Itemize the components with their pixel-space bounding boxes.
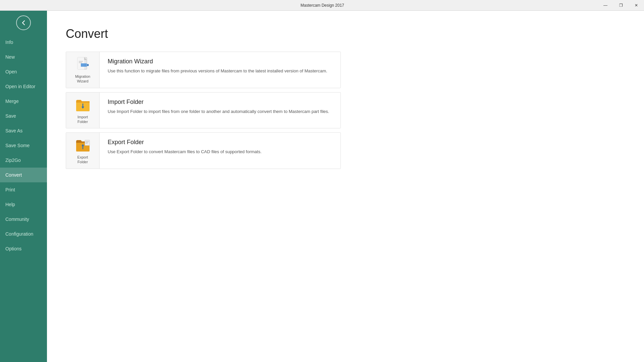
migration-wizard-icon: [75, 56, 91, 72]
export-folder-icon: [75, 137, 91, 153]
export-folder-title: Export Folder: [108, 139, 262, 146]
migration-wizard-icon-area: MigrationWizard: [66, 52, 100, 88]
import-folder-icon: [75, 97, 91, 113]
window-title: Mastercam Design 2017: [47, 3, 598, 8]
sidebar-item-zip2go[interactable]: Zip2Go: [0, 153, 47, 168]
sidebar-nav: InfoNewOpenOpen in EditorMergeSaveSave A…: [0, 35, 47, 362]
import-folder-desc: Use Import Folder to import files from o…: [108, 108, 329, 115]
export-folder-text: Export Folder Use Export Folder to conve…: [100, 133, 270, 161]
import-folder-icon-label: ImportFolder: [77, 115, 88, 124]
export-folder-icon-label: ExportFolder: [77, 155, 88, 165]
svg-rect-3: [81, 63, 87, 67]
sidebar-item-new[interactable]: New: [0, 50, 47, 64]
sidebar-item-configuration[interactable]: Configuration: [0, 227, 47, 241]
sidebar-item-save-as[interactable]: Save As: [0, 123, 47, 138]
close-button[interactable]: ✕: [629, 0, 644, 11]
back-circle-icon: [16, 15, 31, 30]
sidebar-item-help[interactable]: Help: [0, 197, 47, 212]
migration-wizard-title: Migration Wizard: [108, 58, 327, 65]
sidebar: InfoNewOpenOpen in EditorMergeSaveSave A…: [0, 11, 47, 362]
minimize-button[interactable]: —: [598, 0, 613, 11]
sidebar-item-open-in-editor[interactable]: Open in Editor: [0, 79, 47, 94]
export-folder-icon-area: ExportFolder: [66, 133, 100, 169]
sidebar-item-save[interactable]: Save: [0, 109, 47, 123]
export-folder-card[interactable]: ExportFolder Export Folder Use Export Fo…: [66, 132, 341, 169]
content-area: Convert: [47, 11, 644, 362]
sidebar-item-info[interactable]: Info: [0, 35, 47, 50]
restore-button[interactable]: ❐: [613, 0, 629, 11]
migration-wizard-desc: Use this function to migrate files from …: [108, 68, 327, 74]
migration-wizard-text: Migration Wizard Use this function to mi…: [100, 52, 335, 80]
import-folder-icon-area: ImportFolder: [66, 93, 100, 128]
migration-wizard-icon-label: MigrationWizard: [75, 74, 90, 84]
cards-container: MigrationWizard Migration Wizard Use thi…: [66, 52, 625, 169]
svg-marker-4: [87, 64, 89, 65]
sidebar-item-save-some[interactable]: Save Some: [0, 138, 47, 153]
page-title: Convert: [66, 27, 625, 41]
import-folder-title: Import Folder: [108, 99, 329, 106]
migration-wizard-card[interactable]: MigrationWizard Migration Wizard Use thi…: [66, 52, 341, 88]
svg-marker-5: [87, 65, 89, 66]
window-controls: — ❐ ✕: [598, 0, 644, 11]
app-body: InfoNewOpenOpen in EditorMergeSaveSave A…: [0, 11, 644, 362]
back-button[interactable]: [0, 11, 47, 35]
svg-rect-14: [85, 140, 90, 145]
import-folder-card[interactable]: ImportFolder Import Folder Use Import Fo…: [66, 92, 341, 129]
import-folder-text: Import Folder Use Import Folder to impor…: [100, 93, 337, 121]
sidebar-item-print[interactable]: Print: [0, 182, 47, 197]
title-bar: Mastercam Design 2017 — ❐ ✕: [0, 0, 644, 11]
sidebar-item-convert[interactable]: Convert: [0, 168, 47, 182]
sidebar-item-merge[interactable]: Merge: [0, 94, 47, 109]
sidebar-item-open[interactable]: Open: [0, 64, 47, 79]
sidebar-item-community[interactable]: Community: [0, 212, 47, 227]
sidebar-item-options[interactable]: Options: [0, 241, 47, 256]
export-folder-desc: Use Export Folder to convert Mastercam f…: [108, 148, 262, 155]
